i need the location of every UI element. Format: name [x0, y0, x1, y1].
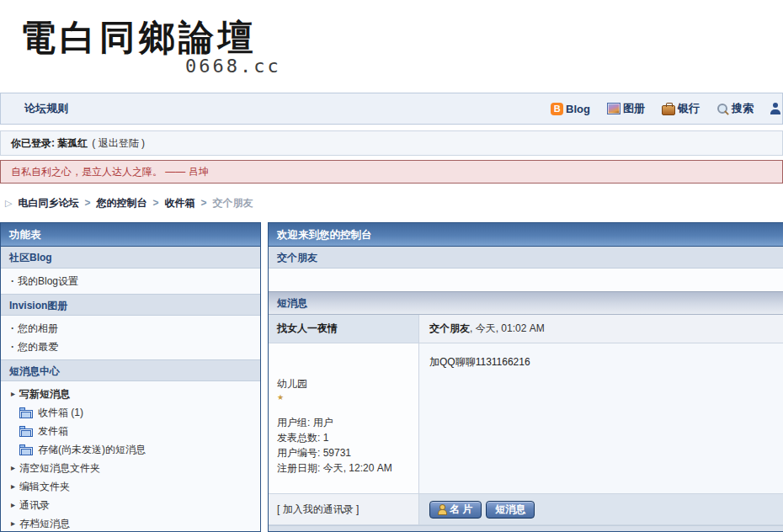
site-domain: 0668.cc	[185, 56, 783, 77]
breadcrumb-forum-link[interactable]: 电白同乡论坛	[18, 196, 78, 210]
breadcrumb-current-page: 交个朋友	[213, 196, 253, 210]
sidebar-item-address-book[interactable]: 通讯录	[1, 496, 260, 514]
login-status-text: 你已登录: 葉孤红	[11, 136, 88, 151]
breadcrumb-arrow-icon: ▷	[5, 198, 12, 209]
nav-gallery-label: 图册	[623, 101, 645, 116]
pm-body-text: 加QQ聊聊1131166216	[419, 343, 783, 494]
sidebar-section-pm-center: 短消息中心	[1, 359, 260, 381]
sidebar-item-your-albums[interactable]: 您的相册	[1, 319, 260, 338]
pm-subject: 找女人一夜情	[269, 315, 419, 343]
sidebar-item-your-favorites[interactable]: 您的最爱	[1, 338, 260, 356]
sidebar-item-label: 编辑文件夹	[19, 480, 70, 493]
sender-group: 用户组: 用户	[277, 415, 410, 430]
sidebar-group: 我的Blog设置	[1, 269, 260, 294]
folder-icon	[19, 407, 33, 418]
sidebar-group: 您的相册 您的最爱	[1, 316, 260, 359]
search-icon	[716, 103, 729, 115]
breadcrumb-separator: >	[201, 197, 207, 209]
breadcrumb-separator: >	[152, 197, 158, 209]
send-pm-button-label: 短消息	[495, 503, 525, 517]
pm-footer-actions: 名 片 短消息	[419, 494, 783, 525]
pm-sender-stats: 用户组: 用户 发表总数: 1 用户编号: 59731 注册日期: 今天, 12…	[277, 415, 410, 476]
pm-section-header: 短消息	[269, 291, 783, 315]
album-icon	[607, 103, 621, 114]
breadcrumb-inbox-link[interactable]: 收件箱	[165, 196, 195, 210]
logout-link[interactable]: ( 退出登陆 )	[92, 136, 145, 151]
profile-card-button[interactable]: 名 片	[429, 501, 482, 519]
breadcrumb-separator: >	[84, 197, 90, 209]
control-panel: 欢迎来到您的控制台 交个朋友 短消息 找女人一夜情 交个朋友, 今天, 01:0…	[268, 222, 783, 532]
sidebar-item-empty-folders[interactable]: 清空短消息文件夹	[1, 459, 260, 477]
sidebar-item-label: 收件箱 (1)	[38, 406, 83, 419]
sidebar-item-label: 我的Blog设置	[18, 274, 78, 288]
sidebar-item-label: 发件箱	[38, 424, 68, 438]
login-status-bar: 你已登录: 葉孤红 ( 退出登陆 )	[0, 130, 783, 156]
sidebar-section-community-blog: 社区Blog	[1, 247, 260, 269]
sidebar-item-my-blog-settings[interactable]: 我的Blog设置	[1, 272, 260, 290]
folder-icon	[19, 444, 33, 455]
sidebar-menu: 功能表 社区Blog 我的Blog设置 Invision图册 您的相册 您的最爱…	[0, 222, 261, 532]
person-icon	[439, 505, 446, 514]
member-rank-star-icon: ★	[277, 393, 410, 402]
sidebar-title: 功能表	[1, 223, 260, 247]
folder-icon	[19, 426, 33, 437]
bank-icon	[662, 105, 675, 115]
sidebar-group: 写新短消息 收件箱 (1) 发件箱	[1, 381, 260, 532]
message-topic-bar: 交个朋友	[269, 247, 783, 269]
nav-search-link[interactable]: 搜索	[716, 101, 754, 116]
forum-page: 電白同鄉論壇 0668.cc 论坛规则 B Blog 图册 银行 搜索	[0, 0, 783, 532]
member-icon	[770, 103, 781, 114]
nav-bank-link[interactable]: 银行	[662, 101, 700, 116]
nav-forum-rules-link[interactable]: 论坛规则	[24, 101, 68, 116]
control-panel-footer-strip	[269, 525, 783, 531]
quote-bar: 自私自利之心，是立人达人之障。 —— 吕坤	[0, 160, 783, 184]
breadcrumb-controlpanel-link[interactable]: 您的控制台	[96, 196, 146, 210]
sidebar-section-gallery: Invision图册	[1, 294, 260, 316]
sidebar-item-label: 通讯录	[19, 498, 50, 512]
nav-links: B Blog 图册 银行 搜索	[551, 101, 774, 116]
sidebar-item-archive-pm[interactable]: 存档短消息	[1, 514, 260, 532]
site-header: 電白同鄉論壇 0668.cc	[0, 0, 783, 93]
pm-meta: 交个朋友, 今天, 01:02 AM	[419, 315, 783, 343]
nav-search-label: 搜索	[732, 101, 754, 116]
blog-icon: B	[551, 103, 563, 115]
sidebar-item-inbox[interactable]: 收件箱 (1)	[1, 403, 260, 422]
sender-join-date: 注册日期: 今天, 12:20 AM	[277, 460, 410, 476]
spacer-row	[269, 269, 783, 291]
send-pm-button[interactable]: 短消息	[486, 501, 535, 519]
sender-member-number: 用户编号: 59731	[277, 445, 410, 460]
profile-card-button-label: 名 片	[450, 503, 472, 517]
pm-footer-left: [ 加入我的通讯录 ]	[269, 494, 419, 525]
nav-members-link[interactable]	[770, 103, 781, 114]
pm-date: , 今天, 01:02 AM	[470, 322, 545, 334]
sidebar-item-label: 您的最爱	[18, 340, 58, 354]
pm-topic-link[interactable]: 交个朋友	[429, 322, 470, 334]
sidebar-item-label: 写新短消息	[19, 387, 70, 401]
pm-sender-info: 幼儿园 ★ 用户组: 用户 发表总数: 1 用户编号: 59731 注册日期: …	[269, 343, 419, 494]
sidebar-item-compose-pm[interactable]: 写新短消息	[1, 385, 260, 403]
sidebar-item-sent-box[interactable]: 发件箱	[1, 422, 260, 440]
nav-bank-label: 银行	[678, 101, 700, 116]
sidebar-item-saved-unsent[interactable]: 存储(尚未发送)的短消息	[1, 440, 260, 459]
breadcrumb: ▷ 电白同乡论坛 > 您的控制台 > 收件箱 > 交个朋友	[0, 184, 783, 222]
control-panel-title: 欢迎来到您的控制台	[269, 223, 783, 247]
nav-bar: 论坛规则 B Blog 图册 银行 搜索	[0, 93, 783, 125]
sidebar-item-label: 存档短消息	[19, 517, 70, 530]
sidebar-item-label: 存储(尚未发送)的短消息	[38, 443, 146, 456]
sender-posts: 发表总数: 1	[277, 430, 410, 445]
pm-message-table: 找女人一夜情 交个朋友, 今天, 01:02 AM 幼儿园 ★ 用户组: 用户 …	[269, 315, 783, 525]
add-to-contacts-link[interactable]: [ 加入我的通讯录 ]	[277, 503, 359, 517]
sidebar-item-label: 您的相册	[18, 322, 58, 335]
nav-gallery-link[interactable]: 图册	[607, 101, 645, 116]
sidebar-item-label: 清空短消息文件夹	[19, 461, 100, 475]
nav-blog-link[interactable]: B Blog	[551, 103, 590, 115]
nav-blog-label: Blog	[566, 103, 590, 115]
pm-sender-name-link[interactable]: 幼儿园	[277, 377, 410, 391]
content-area: 功能表 社区Blog 我的Blog设置 Invision图册 您的相册 您的最爱…	[0, 222, 783, 532]
site-logo: 電白同鄉論壇	[20, 17, 783, 59]
quote-text: 自私自利之心，是立人达人之障。 —— 吕坤	[11, 165, 209, 179]
sidebar-item-edit-folders[interactable]: 编辑文件夹	[1, 477, 260, 496]
